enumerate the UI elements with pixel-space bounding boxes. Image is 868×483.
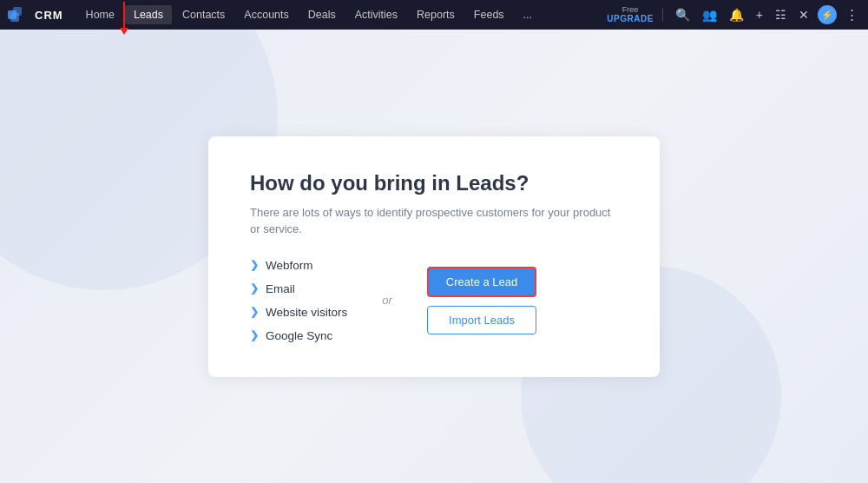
option-website-visitors[interactable]: ❯ Website visitors <box>250 306 347 319</box>
nav-item-accounts[interactable]: Accounts <box>235 5 297 24</box>
nav-item-reports[interactable]: Reports <box>408 5 464 24</box>
option-email[interactable]: ❯ Email <box>250 282 347 295</box>
chevron-icon-webform: ❯ <box>250 259 259 271</box>
upgrade-box[interactable]: Free UPGRADE <box>607 6 654 24</box>
nav-item-more[interactable]: ... <box>515 5 541 24</box>
logo[interactable]: CRM <box>7 7 63 23</box>
card-title: How do you bring in Leads? <box>250 171 618 195</box>
or-divider: or <box>382 294 392 307</box>
create-lead-button[interactable]: Create a Lead <box>427 267 536 297</box>
option-google-sync[interactable]: ❯ Google Sync <box>250 329 347 342</box>
option-webform[interactable]: ❯ Webform <box>250 259 347 272</box>
users-icon[interactable]: 👥 <box>699 6 720 23</box>
logo-text: CRM <box>35 9 63 22</box>
import-leads-button[interactable]: Import Leads <box>427 306 536 334</box>
option-label-webform: Webform <box>266 259 313 272</box>
bell-icon[interactable]: 🔔 <box>726 6 747 23</box>
nav-divider-1 <box>662 8 663 22</box>
nav-right: Free UPGRADE 🔍 👥 🔔 + ☷ ✕ ⚡ ⋮ <box>607 5 861 24</box>
nav-item-home[interactable]: Home <box>77 5 123 24</box>
grid-icon[interactable]: ☷ <box>772 6 790 23</box>
nav-menu: Home Leads Contacts Accounts Deals Activ… <box>77 5 608 24</box>
apps-icon[interactable]: ⋮ <box>842 5 861 24</box>
option-label-google: Google Sync <box>266 329 332 342</box>
main-card: How do you bring in Leads? There are lot… <box>208 136 660 377</box>
card-subtitle: There are lots of ways to identify prosp… <box>250 204 618 238</box>
nav-item-deals[interactable]: Deals <box>299 5 345 24</box>
search-icon[interactable]: 🔍 <box>672 6 694 23</box>
top-navbar: CRM Home Leads Contacts Accounts Deals A… <box>0 0 868 30</box>
nav-item-activities[interactable]: Activities <box>346 5 406 24</box>
options-list: ❯ Webform ❯ Email ❯ Website visitors ❯ G… <box>250 259 347 342</box>
chevron-icon-website: ❯ <box>250 306 259 318</box>
nav-item-contacts[interactable]: Contacts <box>174 5 233 24</box>
free-label: Free <box>622 6 639 15</box>
option-label-website: Website visitors <box>266 306 347 319</box>
svg-rect-2 <box>10 13 19 22</box>
close-icon[interactable]: ✕ <box>795 6 812 23</box>
nav-item-feeds[interactable]: Feeds <box>465 5 513 24</box>
upgrade-label: UPGRADE <box>607 14 654 23</box>
chevron-icon-google: ❯ <box>250 329 259 341</box>
main-content: How do you bring in Leads? There are lot… <box>0 30 868 483</box>
add-icon[interactable]: + <box>753 6 766 23</box>
lightning-icon[interactable]: ⚡ <box>818 5 837 24</box>
option-label-email: Email <box>266 282 295 295</box>
nav-item-leads[interactable]: Leads <box>125 5 172 24</box>
options-actions-wrapper: ❯ Webform ❯ Email ❯ Website visitors ❯ G… <box>250 259 618 342</box>
chevron-icon-email: ❯ <box>250 282 259 294</box>
action-buttons: Create a Lead Import Leads <box>427 267 536 334</box>
logo-icon <box>7 7 31 23</box>
